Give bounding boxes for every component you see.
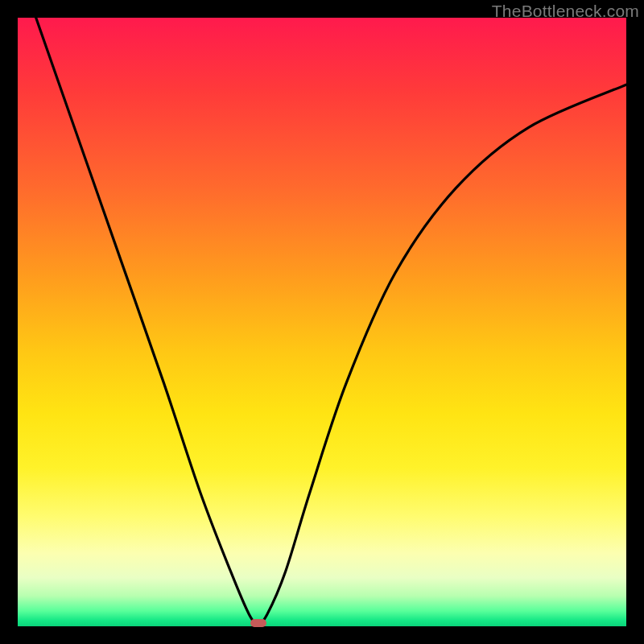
chart-curve [18,18,626,626]
watermark-text: TheBottleneck.com [492,2,639,21]
minimum-marker [250,619,266,627]
